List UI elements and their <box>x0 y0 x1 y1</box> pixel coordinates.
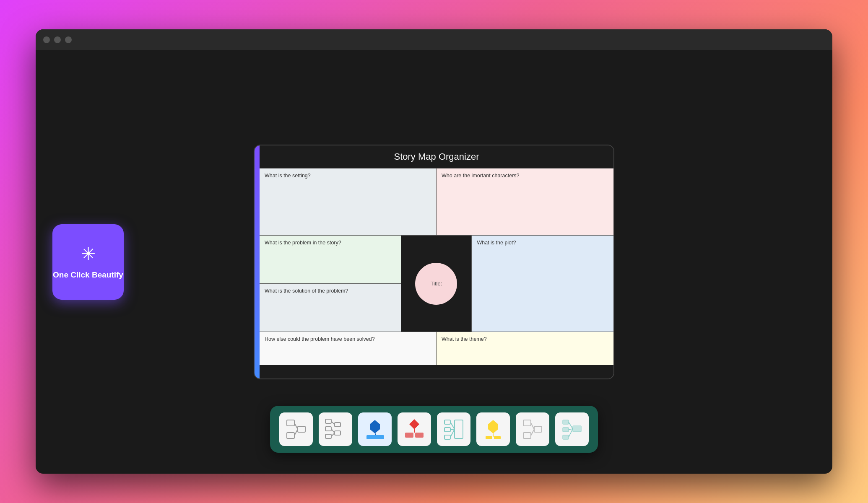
diagram-btn-2[interactable] <box>319 412 352 446</box>
cell-plot: What is the plot? <box>472 236 613 332</box>
title-circle: Title: <box>415 263 457 305</box>
beautify-label: One Click Beautify <box>53 270 123 280</box>
cell-problem: What is the problem in the story? <box>260 236 401 284</box>
svg-rect-31 <box>523 420 531 426</box>
cell-theme-label: What is the theme? <box>442 336 608 342</box>
svg-line-42 <box>569 429 573 437</box>
svg-line-12 <box>331 433 335 436</box>
panel-accent-strip <box>255 145 260 379</box>
diagram-btn-4[interactable] <box>398 412 431 446</box>
svg-rect-19 <box>415 433 424 438</box>
svg-rect-1 <box>287 433 294 438</box>
traffic-light-green[interactable] <box>65 36 72 43</box>
diagram-btn-3[interactable] <box>358 412 392 446</box>
svg-rect-0 <box>287 420 294 426</box>
cell-plot-label: What is the plot? <box>477 240 608 246</box>
svg-rect-29 <box>486 436 492 439</box>
cell-solution-label: What is the solution of the problem? <box>265 288 396 294</box>
title-bar <box>36 29 832 50</box>
one-click-beautify-button[interactable]: ✳ One Click Beautify <box>52 224 124 300</box>
svg-rect-20 <box>444 420 450 424</box>
svg-line-34 <box>531 423 534 429</box>
panel-inner: Story Map Organizer What is the setting?… <box>260 145 613 379</box>
svg-marker-16 <box>409 419 419 429</box>
cell-setting: What is the setting? <box>260 169 437 235</box>
svg-rect-36 <box>563 420 569 424</box>
svg-rect-2 <box>298 426 305 432</box>
row-3: How else could the problem have been sol… <box>260 332 613 365</box>
diagram-btn-7[interactable] <box>516 412 549 446</box>
svg-line-4 <box>294 429 298 436</box>
diagram-btn-1[interactable] <box>279 412 313 446</box>
cell-characters-label: Who are the imortant characters? <box>442 173 608 179</box>
traffic-light-yellow[interactable] <box>54 36 61 43</box>
app-window: ✳ One Click Beautify Story Map Organizer… <box>36 29 832 474</box>
window-content: ✳ One Click Beautify Story Map Organizer… <box>36 50 832 474</box>
row-1: What is the setting? Who are the imortan… <box>260 168 613 235</box>
svg-rect-32 <box>523 433 531 438</box>
cell-alt-problem: How else could the problem have been sol… <box>260 332 437 365</box>
traffic-light-red[interactable] <box>43 36 50 43</box>
cell-alt-problem-label: How else could the problem have been sol… <box>265 336 431 342</box>
svg-rect-39 <box>573 426 581 432</box>
diagram-btn-6[interactable] <box>476 412 510 446</box>
row-2: What is the problem in the story? What i… <box>260 235 613 332</box>
diagram-btn-8[interactable] <box>555 412 589 446</box>
svg-marker-13 <box>370 420 380 433</box>
svg-rect-7 <box>325 434 331 438</box>
svg-rect-37 <box>563 428 569 432</box>
cell-title-circle: Title: <box>401 236 472 332</box>
svg-rect-5 <box>325 419 331 423</box>
svg-line-11 <box>331 429 335 433</box>
bottom-toolbar <box>270 406 598 453</box>
svg-rect-21 <box>444 428 450 432</box>
cell-theme: What is the theme? <box>437 332 613 365</box>
cell-solution: What is the solution of the problem? <box>260 284 401 332</box>
svg-line-24 <box>450 422 455 429</box>
cell-setting-label: What is the setting? <box>265 173 431 179</box>
organizer-grid: What is the setting? Who are the imortan… <box>260 168 613 379</box>
svg-rect-38 <box>563 435 569 439</box>
svg-rect-18 <box>405 433 413 438</box>
svg-rect-15 <box>366 435 384 439</box>
svg-line-35 <box>531 429 534 436</box>
svg-rect-30 <box>494 436 501 439</box>
svg-rect-9 <box>335 431 340 435</box>
cell-characters: Who are the imortant characters? <box>437 169 613 235</box>
svg-line-3 <box>294 423 298 429</box>
organizer-title: Story Map Organizer <box>260 145 613 168</box>
svg-rect-8 <box>335 423 340 427</box>
left-col: What is the problem in the story? What i… <box>260 236 401 332</box>
svg-rect-22 <box>444 435 450 439</box>
svg-line-40 <box>569 422 573 429</box>
svg-line-10 <box>331 421 335 425</box>
svg-line-26 <box>450 429 455 437</box>
cell-problem-label: What is the problem in the story? <box>265 240 396 246</box>
beautify-icon: ✳ <box>81 244 96 264</box>
title-circle-text: Title: <box>431 280 442 287</box>
svg-marker-27 <box>488 420 498 433</box>
svg-rect-33 <box>534 426 542 432</box>
svg-rect-23 <box>455 420 463 438</box>
diagram-btn-5[interactable] <box>437 412 470 446</box>
organizer-panel: Story Map Organizer What is the setting?… <box>254 145 614 379</box>
svg-rect-6 <box>325 427 331 431</box>
